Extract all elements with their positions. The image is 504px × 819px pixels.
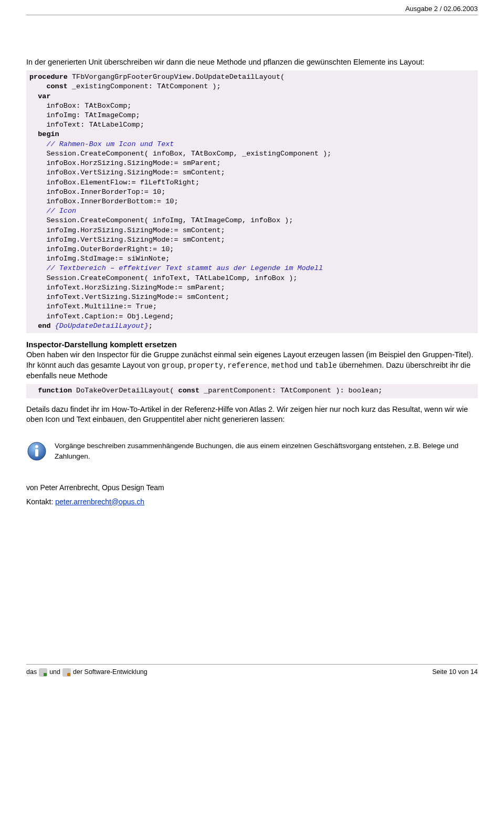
code-text: infoImg.VertSizing.SizingMode:= smConten…: [29, 236, 225, 244]
author-line: von Peter Arrenbrecht, Opus Design Team: [26, 483, 478, 493]
keyword: function: [29, 387, 72, 395]
code-text: infoBox.InnerBorderTop:= 10;: [29, 188, 165, 196]
footer-word: der Software-Entwicklung: [73, 668, 148, 677]
section-title: Inspector-Darstellung komplett ersetzen: [26, 339, 478, 350]
code-inline: method: [271, 361, 298, 370]
code-text: infoText: TAtLabelComp;: [29, 121, 144, 129]
footer-word: das: [26, 668, 37, 677]
keyword: const: [29, 82, 68, 90]
code-text: infoBox.HorzSizing.SizingMode:= smParent…: [29, 159, 221, 167]
svg-rect-2: [35, 449, 38, 457]
email-link[interactable]: peter.arrenbrecht@opus.ch: [55, 497, 144, 506]
logo-icon: [62, 668, 71, 677]
comment: // Textbereich – effektiver Text stammt …: [29, 264, 323, 272]
code-text: ;: [149, 322, 153, 330]
keyword: begin: [29, 130, 59, 138]
footer-word: und: [49, 668, 60, 677]
code-inline: property: [188, 361, 223, 370]
text: ,: [267, 361, 271, 369]
text: und: [298, 361, 314, 369]
code-text: infoBox.ElementFlow:= flLeftToRight;: [29, 179, 200, 186]
info-text: Vorgänge beschreiben zusammenhängende Bu…: [55, 441, 478, 461]
code-text: infoImg.OuterBorderRight:= 10;: [29, 245, 174, 253]
page-number: Seite 10 von 14: [432, 668, 478, 677]
keyword: end: [29, 322, 55, 330]
comment: {DoUpdateDetailLayout}: [55, 322, 149, 330]
comment: // Icon: [29, 207, 76, 215]
info-icon: [26, 441, 47, 462]
code-text: Session.CreateComponent( infoText, TAtLa…: [29, 274, 297, 282]
contact-label: Kontakt:: [26, 497, 55, 506]
text: ,: [184, 361, 188, 369]
intro-paragraph: In der generierten Unit überschreiben wi…: [26, 57, 478, 68]
code-text: infoBox.InnerBorderBottom:= 10;: [29, 198, 178, 205]
contact-line: Kontakt: peter.arrenbrecht@opus.ch: [26, 497, 478, 507]
keyword: var: [29, 92, 51, 100]
code-text: _existingComponent: TAtComponent );: [68, 82, 221, 90]
code-inline: reference: [227, 361, 267, 370]
code-text: infoText.VertSizing.SizingMode:= smConte…: [29, 293, 229, 301]
page-footer: das und der Software-Entwicklung Seite 1…: [26, 664, 478, 677]
followup-paragraph: Details dazu findet ihr im How-To-Artike…: [26, 405, 478, 425]
code-text: infoImg.StdImage:= siWinNote;: [29, 255, 170, 263]
keyword: const: [178, 387, 200, 395]
code-text: Session.CreateComponent( infoImg, TAtIma…: [29, 216, 293, 224]
code-text: DoTakeOverDetailLayout(: [72, 387, 178, 395]
code-text: infoText.HorzSizing.SizingMode:= smParen…: [29, 284, 225, 292]
logo-icon: [39, 668, 47, 677]
code-block-1: procedure TFbVorgangGrpFooterGroupView.D…: [26, 70, 478, 333]
code-text: _parentComponent: TAtComponent ): boolea…: [200, 387, 382, 395]
code-text: infoImg.HorzSizing.SizingMode:= smConten…: [29, 226, 225, 234]
section-paragraph: Oben haben wir den Inspector für die Gru…: [26, 350, 478, 381]
code-inline: group: [162, 361, 184, 370]
keyword: procedure: [29, 73, 68, 81]
code-block-2: function DoTakeOverDetailLayout( const _…: [26, 384, 478, 398]
code-text: infoBox.VertSizing.SizingMode:= smConten…: [29, 169, 225, 177]
code-text: infoBox: TAtBoxComp;: [29, 102, 131, 110]
footer-left: das und der Software-Entwicklung: [26, 668, 148, 677]
issue-header: Ausgabe 2 / 02.06.2003: [26, 0, 478, 15]
code-text: infoText.Multiline:= True;: [29, 303, 157, 310]
info-row: Vorgänge beschreiben zusammenhängende Bu…: [26, 441, 478, 462]
code-text: infoImg: TAtImageComp;: [29, 111, 140, 119]
code-text: TFbVorgangGrpFooterGroupView.DoUpdateDet…: [68, 73, 285, 81]
comment: // Rahmen-Box um Icon und Text: [29, 140, 174, 148]
code-inline: table: [315, 361, 337, 370]
svg-point-1: [35, 445, 38, 448]
code-text: infoText.Caption:= Obj.Legend;: [29, 313, 174, 320]
code-text: Session.CreateComponent( infoBox, TAtBox…: [29, 150, 331, 158]
